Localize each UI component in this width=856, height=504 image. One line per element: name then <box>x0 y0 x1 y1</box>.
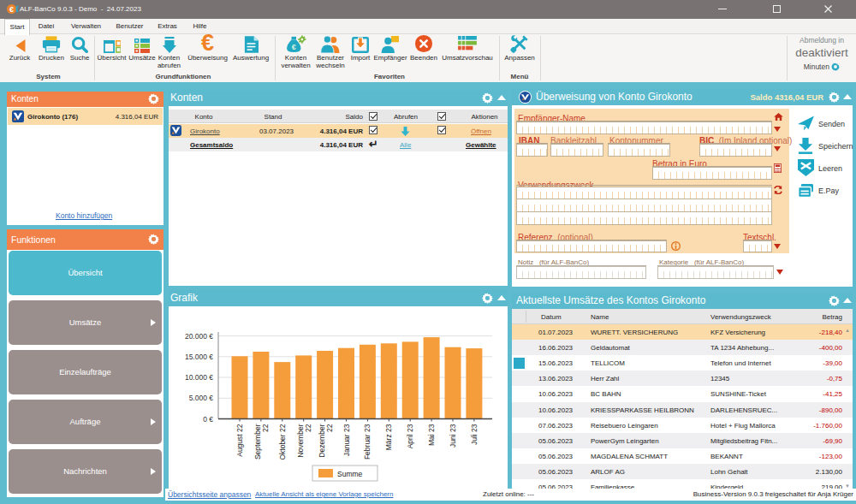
svg-text:22: 22 <box>304 424 312 432</box>
svg-text:März 23: März 23 <box>384 424 393 450</box>
svg-text:15.000 €: 15.000 € <box>185 353 213 361</box>
svg-text:Januar 23: Januar 23 <box>342 424 351 456</box>
svg-text:22: 22 <box>261 424 270 432</box>
svg-text:20.000 €: 20.000 € <box>185 332 213 341</box>
svg-text:Juli 23: Juli 23 <box>470 424 479 445</box>
svg-text:August 22: August 22 <box>235 424 244 457</box>
svg-text:Mai 23: Mai 23 <box>427 424 436 446</box>
svg-text:10.000 €: 10.000 € <box>185 373 213 382</box>
svg-text:0 €: 0 € <box>203 415 213 424</box>
svg-text:€: € <box>291 43 295 51</box>
svg-text:Oktober 22: Oktober 22 <box>278 424 287 460</box>
svg-text:5.000 €: 5.000 € <box>189 394 214 402</box>
svg-text:€: € <box>9 5 14 14</box>
svg-text:Summe: Summe <box>337 470 363 478</box>
svg-text:Februar 23: Februar 23 <box>363 424 372 460</box>
svg-text:22: 22 <box>325 424 334 432</box>
svg-text:Juni 23: Juni 23 <box>449 424 457 448</box>
svg-text:April 23: April 23 <box>406 424 414 448</box>
